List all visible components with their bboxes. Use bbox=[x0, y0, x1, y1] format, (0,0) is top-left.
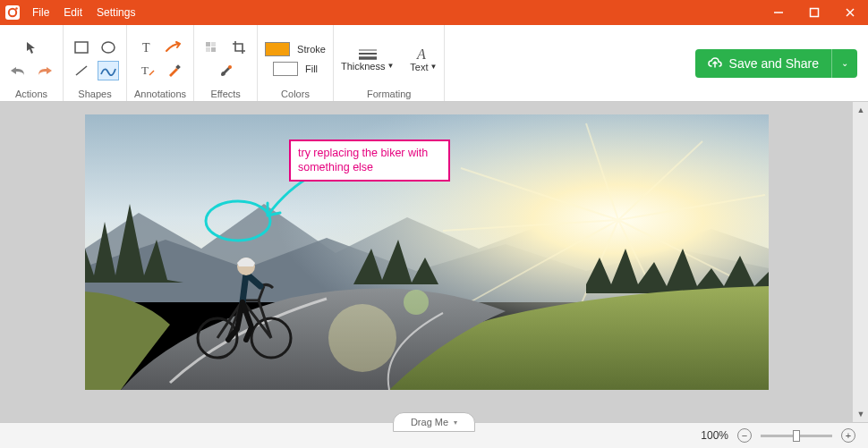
menu-edit[interactable]: Edit bbox=[56, 6, 89, 19]
zoom-out-button[interactable]: − bbox=[737, 428, 752, 443]
maximize-button[interactable] bbox=[796, 0, 832, 25]
fill-label: Fill bbox=[305, 63, 318, 74]
group-colors: Stroke Fill Colors bbox=[258, 25, 334, 101]
chevron-down-icon: ▼ bbox=[430, 63, 438, 71]
close-button[interactable] bbox=[832, 0, 868, 25]
fill-swatch[interactable] bbox=[273, 62, 298, 76]
group-label-colors: Colors bbox=[281, 87, 310, 99]
redo-button[interactable] bbox=[34, 61, 55, 80]
svg-rect-16 bbox=[211, 47, 216, 52]
save-share-group: Save and Share ⌄ bbox=[695, 49, 857, 78]
image-canvas[interactable]: try replacing the biker with something e… bbox=[85, 114, 769, 390]
freehand-tool[interactable] bbox=[98, 61, 119, 80]
group-annotations: T T Annotations bbox=[127, 25, 194, 101]
svg-text:T: T bbox=[142, 41, 150, 55]
thickness-dropdown[interactable]: Thickness▼ bbox=[341, 46, 394, 72]
svg-point-17 bbox=[228, 65, 232, 69]
chevron-down-icon: ⌄ bbox=[841, 58, 848, 68]
group-shapes: Shapes bbox=[64, 25, 127, 101]
group-label-annotations: Annotations bbox=[134, 87, 186, 99]
svg-rect-15 bbox=[206, 47, 210, 52]
app-logo bbox=[0, 0, 25, 25]
svg-point-33 bbox=[328, 304, 396, 372]
svg-text:A: A bbox=[416, 46, 426, 62]
group-actions: Actions bbox=[0, 25, 64, 101]
text-format-dropdown[interactable]: A Text▼ bbox=[410, 46, 437, 72]
svg-line-9 bbox=[76, 66, 87, 75]
save-share-button[interactable]: Save and Share bbox=[695, 49, 831, 78]
chevron-down-icon: ▾ bbox=[454, 418, 457, 427]
save-share-dropdown[interactable]: ⌄ bbox=[831, 49, 857, 78]
group-label-actions: Actions bbox=[15, 87, 47, 99]
annotation-textbox[interactable]: try replacing the biker with something e… bbox=[289, 139, 450, 182]
main-menu: File Edit Settings bbox=[25, 6, 142, 19]
undo-button[interactable] bbox=[7, 61, 29, 80]
chevron-down-icon: ▼ bbox=[387, 62, 394, 70]
ellipse-tool[interactable] bbox=[98, 38, 119, 57]
menu-settings[interactable]: Settings bbox=[89, 6, 142, 19]
pixelate-tool[interactable] bbox=[201, 38, 223, 57]
vertical-scrollbar[interactable]: ▲ ▼ bbox=[852, 102, 868, 422]
group-label-formatting: Formating bbox=[367, 87, 412, 99]
zoom-in-button[interactable]: + bbox=[841, 428, 855, 443]
highlighter-tool[interactable] bbox=[163, 61, 184, 80]
svg-point-8 bbox=[102, 42, 115, 53]
scroll-up-button[interactable]: ▲ bbox=[853, 102, 868, 118]
svg-rect-4 bbox=[811, 9, 819, 17]
cloud-upload-icon bbox=[708, 56, 722, 71]
annotation-text-line: something else bbox=[298, 161, 441, 175]
menu-file[interactable]: File bbox=[25, 6, 56, 19]
group-label-shapes: Shapes bbox=[78, 87, 111, 99]
annotation-text-line: try replacing the biker with bbox=[298, 147, 441, 161]
zoom-slider[interactable] bbox=[761, 435, 832, 437]
crop-tool[interactable] bbox=[228, 38, 250, 57]
scroll-down-button[interactable]: ▼ bbox=[853, 406, 868, 422]
svg-text:T: T bbox=[141, 63, 149, 77]
svg-rect-14 bbox=[211, 42, 216, 46]
brush-tool[interactable] bbox=[215, 61, 236, 80]
svg-point-2 bbox=[15, 7, 17, 9]
status-bar: Drag Me ▾ 100% − + bbox=[0, 422, 868, 448]
zoom-slider-thumb[interactable] bbox=[793, 430, 800, 442]
group-formatting: Thickness▼ A Text▼ Formating bbox=[334, 25, 446, 101]
callout-tool[interactable]: T bbox=[136, 61, 157, 80]
text-tool[interactable]: T bbox=[136, 38, 157, 57]
group-label-effects: Effects bbox=[210, 87, 240, 99]
rectangle-tool[interactable] bbox=[71, 38, 92, 57]
zoom-level-label: 100% bbox=[701, 429, 728, 442]
window-controls bbox=[761, 0, 868, 25]
stroke-swatch[interactable] bbox=[265, 42, 290, 56]
canvas-area: try replacing the biker with something e… bbox=[0, 102, 868, 448]
arrow-tool[interactable] bbox=[163, 38, 184, 57]
group-effects: Effects bbox=[194, 25, 258, 101]
minimize-button[interactable] bbox=[761, 0, 796, 25]
ribbon-toolbar: Actions Shapes T T Annotations bbox=[0, 25, 868, 102]
title-bar: File Edit Settings bbox=[0, 0, 868, 25]
line-tool[interactable] bbox=[71, 61, 92, 80]
drag-handle[interactable]: Drag Me ▾ bbox=[393, 412, 475, 432]
svg-rect-13 bbox=[206, 42, 210, 46]
zoom-controls: 100% − + bbox=[701, 428, 868, 443]
svg-rect-0 bbox=[5, 5, 20, 20]
svg-point-34 bbox=[404, 290, 429, 315]
svg-rect-7 bbox=[75, 42, 88, 53]
pointer-tool[interactable] bbox=[21, 38, 42, 57]
stroke-label: Stroke bbox=[297, 44, 326, 55]
